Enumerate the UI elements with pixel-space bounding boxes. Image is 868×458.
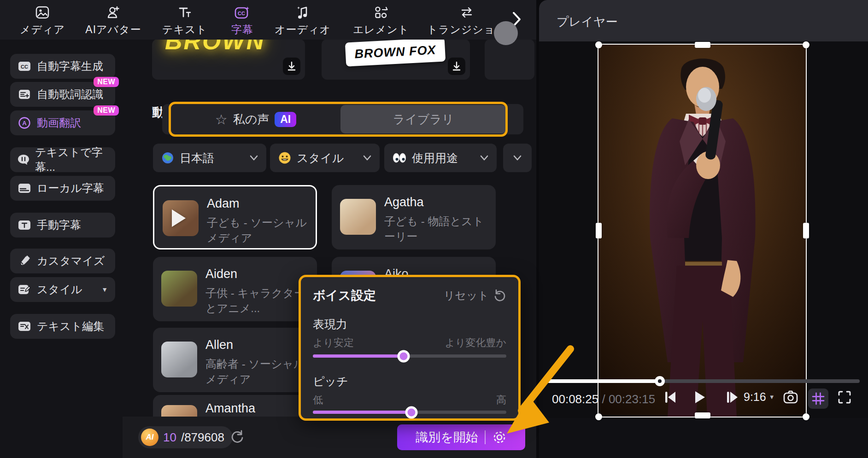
credits-used: 10 [163, 430, 176, 445]
sidebar-item-auto-captions[interactable]: CC 自動字幕生成 [10, 54, 115, 79]
sidebar-item-text-to-captions[interactable]: テキストで字幕... [10, 147, 115, 172]
expressiveness-label: 表現力 [313, 317, 347, 332]
lyrics-icon [18, 89, 31, 99]
voice-card-aiden[interactable]: Aiden 子供 - キャラクターとアニメ... [153, 257, 317, 321]
voice-card-agatha[interactable]: Agatha 子ども - 物語とストーリー [332, 185, 496, 249]
resize-handle-bottom-right[interactable] [803, 413, 809, 420]
progress-fill [547, 379, 660, 383]
chevron-down-icon [363, 155, 371, 161]
usage-filter-dropdown[interactable]: 使用用途 [384, 144, 497, 172]
tab-media[interactable]: メディア [12, 5, 72, 37]
resize-handle-right[interactable] [803, 223, 809, 238]
time-current: 00:08:25 [552, 392, 598, 406]
resize-handle-top-left[interactable] [595, 41, 602, 48]
reset-button[interactable]: リセット [444, 288, 506, 303]
player-panel: プレイヤー [539, 0, 868, 458]
text-icon [178, 5, 192, 20]
resize-handle-top-right[interactable] [803, 41, 809, 48]
video-canvas[interactable] [539, 41, 868, 418]
scroll-top-button[interactable] [494, 21, 518, 45]
resize-handle-bottom-left[interactable] [595, 413, 602, 420]
star-icon: ☆ [215, 111, 228, 128]
sidebar-item-local-captions[interactable]: ローカル字幕 [10, 176, 115, 201]
progress-handle[interactable] [655, 376, 665, 386]
slider-fill [313, 354, 404, 358]
download-icon[interactable] [283, 58, 300, 75]
resize-handle-left[interactable] [596, 223, 602, 238]
ai-avatar-icon [106, 5, 120, 20]
ai-coin-icon: AI [141, 429, 158, 446]
slider-handle[interactable] [405, 406, 418, 418]
popup-title: ボイス設定 [313, 287, 376, 304]
chevron-down-icon [513, 155, 522, 161]
brush-icon [18, 255, 31, 267]
chevron-down-icon[interactable]: ▼ [101, 286, 108, 293]
expressiveness-slider[interactable] [313, 354, 506, 358]
pitch-minmax: 低 高 [313, 393, 506, 407]
tab-audio[interactable]: オーディオ [273, 5, 333, 37]
snapshot-camera-button[interactable] [783, 390, 798, 404]
audio-icon [296, 5, 309, 20]
tab-ai-avatar[interactable]: AIアバター [83, 5, 143, 37]
translate-icon: A [18, 117, 31, 129]
sidebar-item-manual-captions[interactable]: 手動字幕 [10, 213, 115, 238]
top-toolbar: メディア AIアバター テキスト CC 字幕 [0, 0, 536, 40]
sidebar-item-video-translate[interactable]: A 動画翻訳 NEW [10, 110, 115, 135]
refresh-icon[interactable] [229, 429, 244, 444]
pitch-slider[interactable] [313, 411, 506, 414]
tab-my-voice[interactable]: ☆ 私の声 AI [171, 105, 340, 133]
template-brown-text: BROWN [165, 39, 265, 55]
tab-text[interactable]: テキスト [155, 5, 215, 37]
aspect-ratio-dropdown[interactable]: 9:16 ▼ [740, 390, 775, 404]
avatar [340, 199, 376, 235]
credits-counter[interactable]: AI 10/879608 [138, 426, 233, 448]
manual-text-icon [18, 220, 31, 230]
pitch-label: ピッチ [313, 374, 348, 389]
video-frame[interactable] [598, 45, 806, 417]
slider-handle[interactable] [398, 350, 410, 362]
template-card-brown[interactable]: BROWN [152, 39, 305, 80]
tab-subtitles[interactable]: CC 字幕 [212, 5, 272, 37]
voice-card-allen[interactable]: Allen 高齢者 - ソーシャルメディア [153, 328, 317, 392]
avatar [161, 271, 197, 307]
avatar [161, 342, 197, 377]
svg-text:CC: CC [21, 64, 28, 70]
play-button[interactable] [694, 390, 706, 404]
template-card-partial[interactable] [485, 39, 534, 80]
gear-icon[interactable] [492, 430, 507, 445]
tab-elements[interactable]: エレメント [351, 5, 411, 37]
style-filter-dropdown[interactable]: スタイル [270, 144, 380, 172]
start-recognition-button[interactable]: 識別を開始 [397, 424, 525, 450]
more-filters-dropdown[interactable] [503, 144, 532, 172]
elements-icon [374, 5, 388, 20]
undo-icon [493, 289, 506, 302]
playback-progress-bar[interactable] [547, 379, 860, 383]
previous-frame-button[interactable] [664, 390, 676, 404]
next-frame-button[interactable] [726, 390, 738, 404]
language-filter-dropdown[interactable]: 日本語 [153, 144, 266, 172]
fullscreen-button[interactable] [838, 390, 851, 404]
sidebar-item-style[interactable]: スタイル ▼ [10, 277, 115, 302]
speech-bubble-icon [18, 154, 29, 165]
time-total: 00:23:15 [609, 392, 655, 406]
tab-library[interactable]: ライブラリ [340, 105, 506, 133]
expressiveness-minmax: より安定 より変化豊か [313, 336, 506, 350]
globe-icon [161, 151, 174, 164]
cc-icon: CC [18, 61, 31, 71]
resize-handle-bottom[interactable] [695, 412, 710, 418]
voice-settings-popup: ボイス設定 リセット 表現力 より安定 より変化豊か ピッチ 低 高 [299, 275, 521, 421]
sidebar-item-text-edit[interactable]: テキスト編集 [10, 314, 115, 339]
download-icon[interactable] [448, 58, 465, 75]
sidebar-item-customize[interactable]: カスタマイズ [10, 249, 115, 273]
smiley-icon [278, 151, 291, 164]
resize-handle-top[interactable] [695, 42, 710, 48]
sidebar-item-auto-lyrics[interactable]: 自動歌詞認識 NEW [10, 82, 115, 107]
template-card-brownfox[interactable]: BROWN FOX [322, 39, 470, 80]
credits-total: /879608 [181, 430, 224, 445]
svg-text:CC: CC [238, 11, 245, 16]
grid-toggle-button[interactable] [808, 388, 828, 409]
voice-card-adam[interactable]: Adam 子ども - ソーシャルメディア [153, 185, 317, 249]
subtitles-icon: CC [235, 5, 250, 20]
template-brownfox-box: BROWN FOX [345, 39, 446, 67]
style-card-icon [18, 284, 31, 295]
